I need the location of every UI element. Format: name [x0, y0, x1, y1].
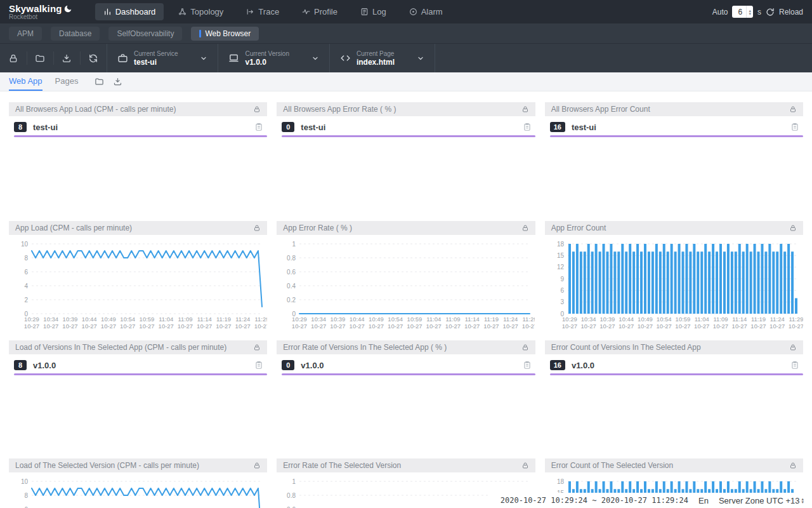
svg-text:10:29: 10:29 [292, 316, 307, 323]
svg-text:10-27: 10-27 [197, 323, 212, 330]
lock-icon[interactable] [789, 344, 797, 351]
metric-list-item[interactable]: 16 v1.0.0 [550, 360, 799, 370]
download-icon[interactable] [113, 77, 122, 86]
nav-item-topology[interactable]: Topology [170, 3, 232, 20]
svg-text:10-27: 10-27 [101, 323, 116, 330]
tab-label: Web Browser [205, 29, 251, 38]
language-selector[interactable]: En [698, 496, 709, 505]
svg-text:6: 6 [560, 287, 564, 294]
lock-icon[interactable] [253, 344, 261, 351]
svg-text:10-27: 10-27 [216, 323, 231, 330]
nav-item-profile[interactable]: Profile [294, 3, 346, 20]
metric-list-item[interactable]: 8 test-ui [14, 122, 263, 132]
lock-icon[interactable] [253, 224, 261, 232]
tab-web-browser[interactable]: Web Browser [191, 27, 259, 41]
current-service-selector[interactable]: Current Service test-ui [107, 44, 218, 72]
current-version-selector[interactable]: Current Version v1.0.0 [218, 44, 329, 72]
subtab-pages[interactable]: Pages [55, 72, 79, 91]
server-zone-stepper[interactable]: ▴▾ [799, 497, 806, 504]
topology-icon [178, 8, 187, 16]
svg-text:11:04: 11:04 [694, 316, 709, 323]
svg-text:10:34: 10:34 [311, 316, 327, 323]
lock-icon[interactable] [789, 462, 797, 469]
metric-badge: 0 [282, 360, 294, 370]
skywalking-dashboard: Skywalking Rocketbot Dashboard Topology … [0, 0, 812, 508]
lock-icon[interactable] [521, 105, 529, 113]
time-range-picker[interactable]: 2020-10-27 10:29:24 ~ 2020-10-27 11:29:2… [501, 496, 688, 505]
top-navbar: Skywalking Rocketbot Dashboard Topology … [0, 0, 812, 23]
svg-text:10:44: 10:44 [350, 316, 365, 323]
nav-item-log[interactable]: Log [352, 3, 395, 20]
auto-interval-stepper[interactable]: ▴▾ [746, 6, 753, 18]
svg-text:18: 18 [557, 478, 565, 485]
server-zone-control[interactable]: Server Zone UTC +13 ▴▾ [719, 496, 806, 505]
metric-badge: 8 [14, 122, 27, 132]
folder-icon[interactable] [95, 77, 104, 86]
lock-icon[interactable] [789, 105, 797, 113]
reload-label[interactable]: Reload [779, 8, 803, 17]
nav-label: Trace [258, 7, 279, 17]
reload-icon[interactable] [766, 8, 775, 17]
svg-text:10-27: 10-27 [789, 323, 803, 330]
lock-icon[interactable] [253, 105, 261, 113]
lock-icon[interactable] [789, 224, 797, 232]
metric-list-item[interactable]: 16 test-ui [550, 122, 799, 132]
clipboard-icon[interactable] [254, 360, 263, 370]
panel-header: App Error Rate ( % ) [277, 221, 535, 235]
usage-bar [14, 135, 267, 137]
logo-title: Skywalking [9, 3, 62, 14]
svg-text:10-27: 10-27 [159, 323, 174, 330]
tab-apm[interactable]: APM [9, 27, 42, 41]
svg-text:10-27: 10-27 [445, 323, 461, 330]
metric-list-panel: All Browsers App Load (CPM - calls per m… [9, 102, 267, 221]
clipboard-icon[interactable] [523, 122, 532, 132]
auto-interval-input[interactable]: 6 ▴▾ [732, 6, 753, 18]
svg-text:10:39: 10:39 [599, 316, 615, 323]
lock-icon[interactable] [521, 224, 529, 232]
auto-unit-label: s [757, 8, 761, 17]
current-page-selector[interactable]: Current Page index.html [329, 44, 435, 72]
chart-panel: Load of The Selected Version (CPM - call… [9, 458, 267, 508]
panel-title: Load of Versions In The Selected App (CP… [15, 343, 226, 352]
metric-list-item[interactable]: 0 test-ui [282, 122, 531, 132]
svg-text:11:14: 11:14 [465, 316, 480, 323]
tab-database[interactable]: Database [51, 27, 100, 41]
selector-value: v1.0.0 [245, 58, 289, 67]
clipboard-icon[interactable] [790, 122, 799, 132]
lock-icon[interactable] [521, 462, 529, 469]
sync-button[interactable] [80, 44, 107, 72]
svg-text:10-27: 10-27 [619, 323, 634, 330]
nav-item-dashboard[interactable]: Dashboard [95, 3, 164, 20]
svg-text:10-27: 10-27 [731, 323, 747, 330]
svg-text:10:59: 10:59 [675, 316, 690, 323]
auto-reload-controls: Auto 6 ▴▾ s Reload [712, 6, 803, 18]
svg-text:11:29: 11:29 [254, 316, 267, 323]
metric-name: test-ui [572, 123, 596, 132]
logo-subtitle: Rocketbot [9, 13, 72, 20]
panel-header: Error Count of The Selected Version [545, 458, 803, 472]
svg-text:0.2: 0.2 [287, 297, 296, 304]
svg-text:10-27: 10-27 [388, 323, 403, 330]
clipboard-icon[interactable] [790, 360, 799, 370]
panel-header: Error Rate of The Selected Version [277, 458, 535, 472]
lock-icon[interactable] [253, 462, 261, 469]
lock-edit-button[interactable] [0, 44, 27, 72]
panel-header: Error Rate of Versions In The Selected A… [277, 340, 535, 354]
tab-selfobservability[interactable]: SelfObservability [108, 27, 182, 41]
clipboard-icon[interactable] [254, 122, 263, 132]
code-icon [340, 53, 351, 64]
app-logo: Skywalking Rocketbot [9, 3, 72, 20]
svg-text:10-27: 10-27 [713, 323, 728, 330]
svg-text:10:54: 10:54 [120, 316, 135, 323]
chart-canvas: 024681010:2910-2710:3410-2710:3910-2710:… [9, 476, 267, 508]
nav-item-trace[interactable]: Trace [238, 3, 287, 20]
export-button[interactable] [53, 44, 80, 72]
nav-item-alarm[interactable]: Alarm [401, 3, 451, 20]
subtab-web-app[interactable]: Web App [9, 72, 43, 91]
metric-list-item[interactable]: 8 v1.0.0 [14, 360, 263, 370]
metric-list-item[interactable]: 0 v1.0.0 [282, 360, 531, 370]
clipboard-icon[interactable] [523, 360, 532, 370]
svg-text:10:44: 10:44 [82, 316, 97, 323]
template-folder-button[interactable] [27, 44, 53, 72]
lock-icon[interactable] [521, 344, 529, 351]
